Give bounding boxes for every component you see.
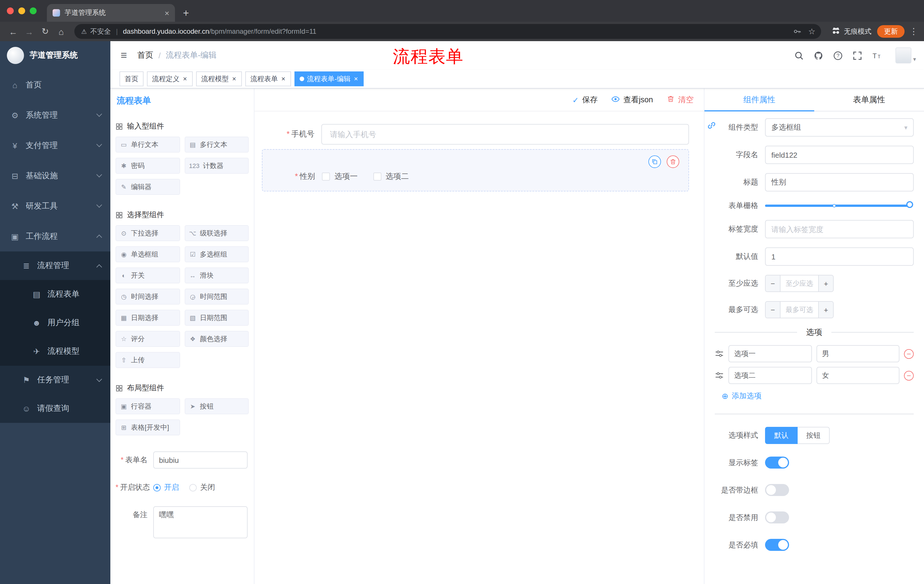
sidebar-item-dev-tools[interactable]: ⚒研发工具 bbox=[0, 191, 111, 221]
forward-button[interactable]: → bbox=[22, 24, 36, 39]
remove-option-icon[interactable]: − bbox=[904, 370, 914, 380]
palette-item[interactable]: ▦日期选择 bbox=[116, 310, 180, 326]
help-icon[interactable]: ? bbox=[833, 51, 843, 60]
sidebar-item-process-management[interactable]: ≣流程管理 bbox=[0, 252, 111, 280]
default-value-input[interactable] bbox=[765, 247, 914, 266]
form-name-input[interactable] bbox=[153, 451, 248, 469]
add-option-button[interactable]: ⊕ 添加选项 bbox=[722, 391, 914, 401]
breadcrumb-home[interactable]: 首页 bbox=[137, 50, 153, 61]
tab-component-props[interactable]: 组件属性 bbox=[705, 89, 814, 111]
drag-handle-icon[interactable] bbox=[715, 349, 724, 358]
form-remark-input[interactable]: 嘿嘿 bbox=[153, 506, 248, 538]
sidebar-item-home[interactable]: ⌂首页 bbox=[0, 70, 111, 100]
new-tab-button[interactable]: + bbox=[183, 8, 189, 18]
user-avatar[interactable]: ▾ bbox=[895, 48, 916, 63]
palette-item[interactable]: ▭单行文本 bbox=[116, 137, 180, 153]
bookmark-star-icon[interactable]: ☆ bbox=[808, 27, 815, 36]
tab-form-props[interactable]: 表单属性 bbox=[814, 89, 924, 111]
option-2-name-input[interactable] bbox=[728, 367, 812, 384]
save-button[interactable]: ✓ 保存 bbox=[573, 95, 598, 105]
reload-button[interactable]: ↻ bbox=[38, 24, 53, 39]
browser-tab[interactable]: 芋道管理系统 × bbox=[47, 4, 175, 22]
palette-item[interactable]: ⌥级联选择 bbox=[185, 225, 249, 241]
palette-item[interactable]: ☆评分 bbox=[116, 331, 180, 347]
palette-item[interactable]: ◷时间选择 bbox=[116, 289, 180, 304]
clear-button[interactable]: 清空 bbox=[667, 95, 693, 105]
tag-process-form[interactable]: 流程表单× bbox=[245, 71, 291, 86]
plus-button[interactable]: + bbox=[818, 275, 833, 291]
phone-field[interactable]: 手机号 bbox=[262, 124, 689, 145]
option-2-value-input[interactable] bbox=[816, 367, 899, 384]
phone-input[interactable] bbox=[321, 124, 689, 145]
view-json-button[interactable]: 查看json bbox=[611, 95, 653, 105]
address-bar[interactable]: ⚠ 不安全 | dashboard.yudao.iocoder.cn/bpm/m… bbox=[74, 24, 821, 39]
status-off-radio[interactable]: 关闭 bbox=[189, 482, 215, 493]
palette-item[interactable]: ➤按钮 bbox=[185, 398, 249, 414]
minimize-window-button[interactable] bbox=[18, 7, 25, 14]
status-on-radio[interactable]: 开启 bbox=[153, 482, 179, 493]
palette-item[interactable]: ▣行容器 bbox=[116, 398, 180, 414]
component-type-select[interactable]: 多选框组 ▾ bbox=[765, 118, 914, 137]
sidebar-item-process-model[interactable]: ✈流程模型 bbox=[0, 337, 111, 366]
palette-item[interactable]: ◐开关 bbox=[116, 267, 180, 283]
palette-item[interactable]: ⇧上传 bbox=[116, 352, 180, 368]
gender-option-1-checkbox[interactable]: 选项一 bbox=[322, 171, 358, 182]
min-count-value[interactable]: 至少应选 bbox=[780, 275, 818, 291]
minus-button[interactable]: − bbox=[766, 275, 780, 291]
app-logo[interactable]: 芋道管理系统 bbox=[0, 41, 111, 70]
label-width-input[interactable] bbox=[765, 220, 914, 238]
password-key-icon[interactable] bbox=[794, 28, 801, 35]
palette-item[interactable]: ↔滑块 bbox=[185, 267, 249, 283]
palette-item[interactable]: ⊞表格[开发中] bbox=[116, 419, 180, 436]
minus-button[interactable]: − bbox=[766, 302, 780, 318]
sidebar-item-system-management[interactable]: ⚙系统管理 bbox=[0, 100, 111, 130]
tag-process-definition[interactable]: 流程定义× bbox=[147, 71, 193, 86]
update-button[interactable]: 更新 bbox=[877, 25, 904, 38]
maximize-window-button[interactable] bbox=[30, 7, 36, 14]
palette-item[interactable]: ✎编辑器 bbox=[116, 179, 180, 195]
palette-item[interactable]: 123计数器 bbox=[185, 158, 249, 174]
sidebar-item-leave-query[interactable]: ☺请假查询 bbox=[0, 394, 111, 423]
drag-handle-icon[interactable] bbox=[715, 371, 724, 380]
link-icon[interactable] bbox=[707, 120, 716, 132]
hamburger-icon[interactable]: ≡ bbox=[111, 49, 137, 62]
sidebar-item-task-management[interactable]: ⚑任务管理 bbox=[0, 366, 111, 394]
plus-button[interactable]: + bbox=[818, 302, 833, 318]
close-icon[interactable]: × bbox=[353, 76, 358, 82]
browser-menu-icon[interactable]: ⋮ bbox=[909, 26, 918, 36]
font-size-icon[interactable]: TT bbox=[872, 51, 882, 60]
required-switch[interactable] bbox=[765, 539, 789, 551]
sidebar-item-user-group[interactable]: ☻用户分组 bbox=[0, 309, 111, 337]
palette-item[interactable]: ◉单选框组 bbox=[116, 246, 180, 262]
fullscreen-icon[interactable] bbox=[853, 51, 862, 60]
palette-item[interactable]: ▧日期范围 bbox=[185, 310, 249, 326]
close-window-button[interactable] bbox=[7, 7, 14, 14]
slider-handle[interactable] bbox=[906, 201, 913, 208]
palette-item[interactable]: ❖颜色选择 bbox=[185, 331, 249, 347]
option-1-name-input[interactable] bbox=[728, 345, 812, 362]
github-icon[interactable] bbox=[813, 51, 823, 60]
palette-item[interactable]: ◶时间范围 bbox=[185, 289, 249, 304]
remove-option-icon[interactable]: − bbox=[904, 349, 914, 359]
close-icon[interactable]: × bbox=[231, 76, 237, 82]
search-icon[interactable] bbox=[794, 51, 804, 60]
sidebar-item-workflow[interactable]: ▣工作流程 bbox=[0, 221, 111, 252]
palette-item[interactable]: ⊙下拉选择 bbox=[116, 225, 180, 241]
back-button[interactable]: ← bbox=[6, 24, 21, 39]
gender-field-selected[interactable]: 性别 选项一 选项二 bbox=[262, 149, 689, 191]
sidebar-item-process-form[interactable]: ▤流程表单 bbox=[0, 280, 111, 309]
sidebar-item-payment-management[interactable]: ¥支付管理 bbox=[0, 130, 111, 161]
show-label-switch[interactable] bbox=[765, 457, 789, 469]
close-icon[interactable]: × bbox=[182, 76, 188, 82]
palette-item[interactable]: ▤多行文本 bbox=[185, 137, 249, 153]
disabled-switch[interactable] bbox=[765, 512, 789, 523]
bordered-switch[interactable] bbox=[765, 484, 789, 496]
delete-component-button[interactable] bbox=[667, 155, 679, 168]
security-warning-icon[interactable]: ⚠ bbox=[81, 28, 87, 35]
palette-item[interactable]: ✱密码 bbox=[116, 158, 180, 174]
option-1-value-input[interactable] bbox=[816, 345, 899, 362]
tag-process-model[interactable]: 流程模型× bbox=[196, 71, 242, 86]
palette-item[interactable]: ☑多选框组 bbox=[185, 246, 249, 262]
max-count-value[interactable]: 最多可选 bbox=[780, 302, 818, 318]
gender-option-2-checkbox[interactable]: 选项二 bbox=[373, 171, 409, 182]
